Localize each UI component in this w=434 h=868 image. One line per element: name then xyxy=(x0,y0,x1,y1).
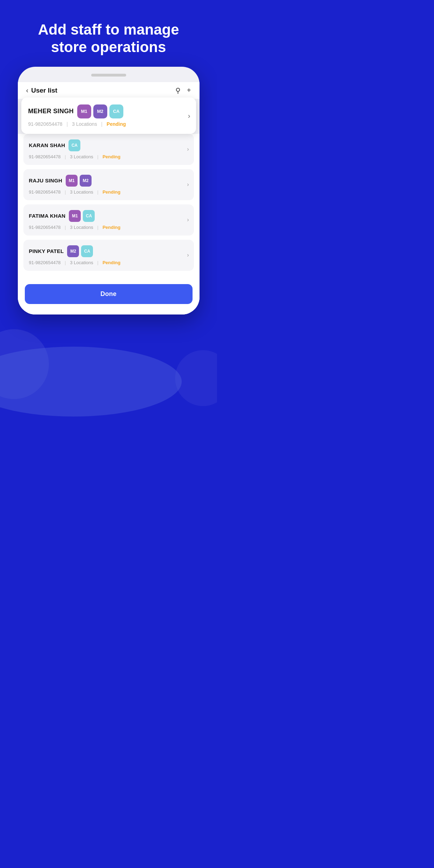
user-status: Pending xyxy=(102,260,120,265)
highlighted-user-locations: 3 Locations xyxy=(72,121,97,127)
user-locations: 3 Locations xyxy=(70,225,93,230)
user-list-container: KARAN SHAH CA 91-9820654478 | 3 Location… xyxy=(18,134,200,314)
card-chevron: › xyxy=(187,181,189,188)
page-header: Add staff to manage store operations xyxy=(0,0,217,67)
user-locations: 3 Locations xyxy=(70,154,93,159)
tag-ca: CA xyxy=(83,210,95,222)
bg-decoration-wave xyxy=(0,347,182,417)
user-locations: 3 Locations xyxy=(70,189,93,195)
user-tags: M2 CA xyxy=(67,245,93,257)
user-card-karan-shah[interactable]: KARAN SHAH CA 91-9820654478 | 3 Location… xyxy=(23,134,194,165)
highlighted-user-status: Pending xyxy=(107,121,126,127)
user-meta: 91-9820654478 | 3 Locations | Pending xyxy=(29,260,188,265)
card-chevron: › xyxy=(187,217,189,223)
nav-left: ‹ User list xyxy=(26,86,58,94)
user-tags: M1 CA xyxy=(69,210,95,222)
back-button[interactable]: ‹ xyxy=(26,86,29,94)
user-card-raju-singh[interactable]: RAJU SINGH M1 M2 91-9820654478 | 3 Locat… xyxy=(23,169,194,200)
tag-m1: M1 xyxy=(77,104,91,118)
highlighted-card-top: MEHER SINGH M1 M2 CA xyxy=(28,104,189,118)
user-name: KARAN SHAH xyxy=(29,142,65,148)
user-tags: CA xyxy=(68,139,80,151)
phone-nav-bar: ‹ User list ⚲ + xyxy=(18,82,200,99)
user-name: RAJU SINGH xyxy=(29,178,63,183)
card-chevron: › xyxy=(187,252,189,258)
user-card-top: FATIMA KHAN M1 CA xyxy=(29,210,188,222)
user-card-top: KARAN SHAH CA xyxy=(29,139,188,151)
user-locations: 3 Locations xyxy=(70,260,93,265)
tag-m2: M2 xyxy=(67,245,79,257)
add-icon[interactable]: + xyxy=(187,86,191,94)
user-card-top: RAJU SINGH M1 M2 xyxy=(29,175,188,187)
page-headline: Add staff to manage store operations xyxy=(14,21,203,56)
nav-right: ⚲ + xyxy=(175,86,191,95)
user-card-top: PINKY PATEL M2 CA xyxy=(29,245,188,257)
highlighted-user-name: MEHER SINGH xyxy=(28,108,74,115)
tag-m1: M1 xyxy=(69,210,81,222)
card-chevron: › xyxy=(187,146,189,152)
user-phone: 91-9820654478 xyxy=(29,154,61,159)
phone-mockup: ‹ User list ⚲ + MEHER SINGH M1 M2 CA 91-… xyxy=(18,67,200,314)
tag-m1: M1 xyxy=(66,175,78,187)
done-button[interactable]: Done xyxy=(25,284,193,304)
user-phone: 91-9820654478 xyxy=(29,189,61,195)
tag-m2: M2 xyxy=(93,104,107,118)
highlighted-user-card[interactable]: MEHER SINGH M1 M2 CA 91-9820654478 | 3 L… xyxy=(21,97,196,134)
user-name: PINKY PATEL xyxy=(29,248,64,254)
user-meta: 91-9820654478 | 3 Locations | Pending xyxy=(29,225,188,230)
bg-decoration-circle2 xyxy=(175,350,217,406)
user-phone: 91-9820654478 xyxy=(29,260,61,265)
user-status: Pending xyxy=(102,225,120,230)
user-meta: 91-9820654478 | 3 Locations | Pending xyxy=(29,189,188,195)
phone-notch xyxy=(91,74,126,77)
user-phone: 91-9820654478 xyxy=(29,225,61,230)
highlighted-card-chevron: › xyxy=(188,111,190,120)
user-name: FATIMA KHAN xyxy=(29,213,66,219)
highlighted-user-meta: 91-9820654478 | 3 Locations | Pending xyxy=(28,121,189,127)
user-card-fatima-khan[interactable]: FATIMA KHAN M1 CA 91-9820654478 | 3 Loca… xyxy=(23,204,194,236)
user-card-pinky-patel[interactable]: PINKY PATEL M2 CA 91-9820654478 | 3 Loca… xyxy=(23,240,194,271)
user-list: KARAN SHAH CA 91-9820654478 | 3 Location… xyxy=(18,134,200,279)
done-section: Done xyxy=(18,279,200,314)
highlighted-user-tags: M1 M2 CA xyxy=(77,104,123,118)
tag-ca: CA xyxy=(109,104,123,118)
tag-ca: CA xyxy=(68,139,80,151)
search-icon[interactable]: ⚲ xyxy=(175,86,181,95)
user-tags: M1 M2 xyxy=(66,175,92,187)
tag-ca: CA xyxy=(81,245,93,257)
user-meta: 91-9820654478 | 3 Locations | Pending xyxy=(29,154,188,159)
highlighted-user-phone: 91-9820654478 xyxy=(28,121,63,127)
nav-title: User list xyxy=(31,87,57,94)
tag-m2: M2 xyxy=(80,175,92,187)
user-status: Pending xyxy=(102,154,120,159)
user-status: Pending xyxy=(102,189,120,195)
